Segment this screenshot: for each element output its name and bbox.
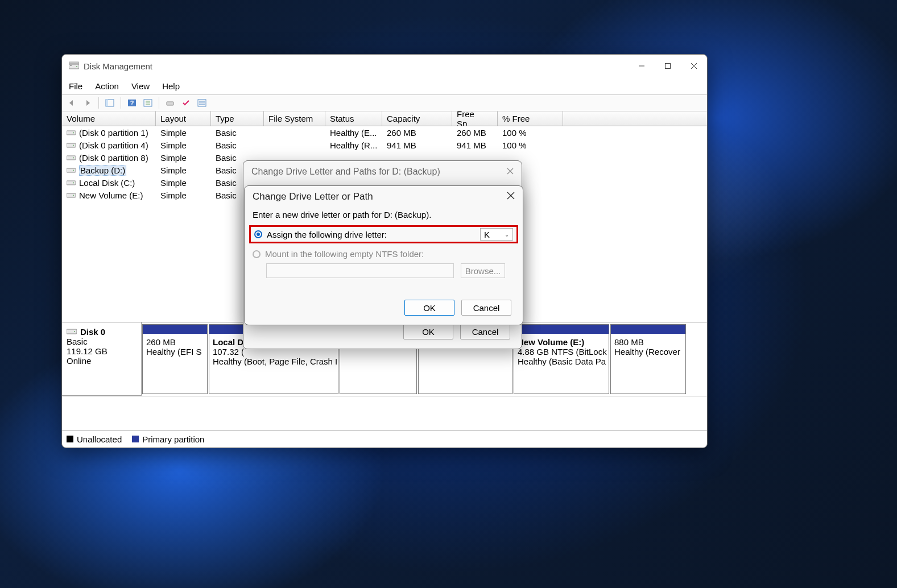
svg-text:?: ?	[130, 100, 134, 106]
chevron-down-icon: ⌄	[505, 231, 509, 238]
app-icon	[69, 61, 79, 71]
partition[interactable]: 880 MBHealthy (Recover	[610, 324, 686, 394]
column-headers: Volume Layout Type File System Status Ca…	[62, 111, 707, 126]
disk-info[interactable]: Disk 0 Basic 119.12 GB Online	[62, 322, 142, 396]
menu-view[interactable]: View	[131, 81, 150, 91]
drive-letter-value: K	[484, 230, 490, 239]
svg-point-27	[73, 183, 74, 184]
menu-help[interactable]: Help	[162, 81, 180, 91]
col-capacity[interactable]: Capacity	[382, 111, 452, 126]
show-hide-tree-button[interactable]	[104, 97, 116, 109]
dlg1-ok-button[interactable]: OK	[403, 324, 453, 339]
drive-letter-select[interactable]: K ⌄	[480, 228, 513, 241]
disk-type: Basic	[67, 337, 137, 346]
disk-state: Online	[67, 356, 137, 366]
volume-icon	[67, 192, 76, 198]
svg-point-29	[73, 195, 74, 196]
rescan-button[interactable]	[164, 97, 176, 109]
svg-rect-24	[67, 168, 76, 172]
col-status[interactable]: Status	[325, 111, 382, 126]
dlg2-title: Change Drive Letter or Path	[253, 191, 373, 202]
partition[interactable]: 260 MBHealthy (EFI S	[142, 324, 208, 394]
svg-point-2	[76, 66, 77, 67]
col-filesystem[interactable]: File System	[264, 111, 325, 126]
list-button[interactable]	[196, 97, 208, 109]
svg-rect-28	[67, 193, 76, 197]
col-type[interactable]: Type	[211, 111, 264, 126]
svg-rect-13	[167, 102, 173, 105]
unallocated-swatch	[67, 436, 73, 442]
check-button[interactable]	[180, 97, 192, 109]
mount-path-input	[266, 263, 454, 278]
col-layout[interactable]: Layout	[156, 111, 211, 126]
svg-rect-1	[70, 65, 72, 66]
dlg2-ok-button[interactable]: OK	[404, 300, 454, 316]
col-pct[interactable]: % Free	[498, 111, 563, 126]
mount-label: Mount in the following empty NTFS folder…	[265, 249, 424, 259]
volume-icon	[67, 154, 76, 161]
svg-rect-3	[69, 62, 79, 64]
disk-icon	[67, 327, 77, 337]
svg-rect-22	[67, 156, 76, 160]
legend-primary: Primary partition	[142, 434, 204, 444]
volume-icon	[67, 129, 76, 136]
help-button[interactable]: ?	[126, 97, 138, 109]
svg-rect-9	[106, 100, 108, 106]
assign-row-highlight: Assign the following drive letter: K ⌄	[249, 225, 518, 243]
partition[interactable]: New Volume (E:)4.88 GB NTFS (BitLockHeal…	[514, 324, 609, 394]
svg-rect-30	[67, 329, 77, 334]
window-title: Disk Management	[84, 61, 152, 71]
forward-button[interactable]	[81, 97, 94, 109]
volume-row[interactable]: (Disk 0 partition 1)SimpleBasicHealthy (…	[62, 126, 707, 139]
col-free[interactable]: Free Sp...	[452, 111, 498, 126]
toolbar: ?	[62, 94, 707, 111]
volume-icon	[67, 142, 76, 148]
svg-rect-20	[67, 143, 76, 147]
menubar: File Action View Help	[62, 77, 707, 94]
window-controls	[629, 55, 707, 77]
dlg1-close-icon[interactable]	[507, 167, 514, 177]
dlg2-prompt: Enter a new drive letter or path for D: …	[253, 210, 515, 220]
volume-icon	[67, 179, 76, 186]
assign-label[interactable]: Assign the following drive letter:	[267, 230, 387, 239]
titlebar: Disk Management	[62, 55, 707, 77]
col-volume[interactable]: Volume	[62, 111, 156, 126]
dlg1-title: Change Drive Letter and Paths for D: (Ba…	[251, 167, 440, 177]
disk-label: Disk 0	[80, 327, 105, 337]
volume-icon	[67, 167, 76, 173]
svg-rect-5	[665, 64, 671, 69]
legend: Unallocated Primary partition	[62, 430, 707, 448]
menu-file[interactable]: File	[69, 81, 82, 91]
browse-button: Browse...	[461, 263, 505, 278]
volume-row[interactable]: (Disk 0 partition 4)SimpleBasicHealthy (…	[62, 139, 707, 151]
svg-point-31	[74, 331, 75, 332]
minimize-button[interactable]	[629, 55, 655, 77]
legend-unallocated: Unallocated	[77, 434, 122, 444]
svg-rect-18	[67, 131, 76, 135]
svg-point-21	[73, 145, 74, 146]
col-spacer	[563, 111, 707, 126]
svg-rect-0	[69, 64, 79, 69]
dlg2-cancel-button[interactable]: Cancel	[461, 300, 511, 316]
svg-rect-26	[67, 181, 76, 185]
svg-point-25	[73, 170, 74, 171]
menu-action[interactable]: Action	[95, 81, 119, 91]
dlg2-close-icon[interactable]	[507, 191, 515, 202]
refresh-button[interactable]	[142, 97, 154, 109]
svg-point-19	[73, 132, 74, 134]
assign-radio[interactable]	[254, 230, 262, 238]
back-button[interactable]	[65, 97, 78, 109]
close-button[interactable]	[681, 55, 707, 77]
mount-radio[interactable]	[253, 250, 261, 258]
primary-swatch	[132, 436, 139, 442]
svg-point-23	[73, 158, 74, 159]
dlg1-cancel-button[interactable]: Cancel	[460, 324, 510, 339]
change-drive-letter-dialog: Change Drive Letter or Path Enter a new …	[244, 185, 523, 325]
disk-size: 119.12 GB	[67, 346, 137, 356]
maximize-button[interactable]	[655, 55, 681, 77]
